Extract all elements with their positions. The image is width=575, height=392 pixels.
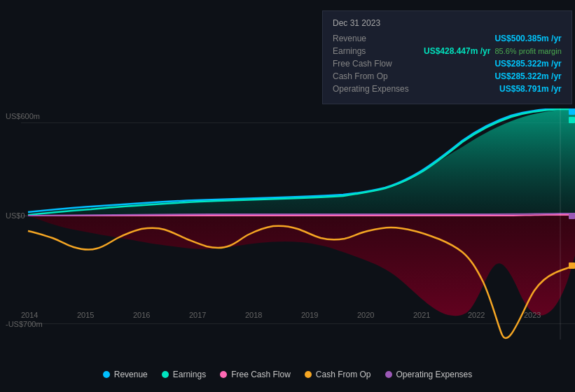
tooltip-label-cashfromop: Cash From Op [333, 71, 424, 81]
legend-item-fcf: Free Cash Flow [220, 370, 291, 379]
legend-label-fcf: Free Cash Flow [231, 370, 291, 379]
x-label-2014: 2014 [21, 311, 38, 319]
opex-dot [569, 213, 575, 219]
legend-dot-revenue [103, 371, 110, 378]
tooltip-label-revenue: Revenue [333, 34, 424, 43]
legend-item-earnings: Earnings [162, 370, 206, 379]
legend-label-cashfromop: Cash From Op [316, 370, 371, 379]
legend-label-revenue: Revenue [114, 370, 148, 379]
x-label-2021: 2021 [413, 311, 430, 319]
x-label-2019: 2019 [301, 311, 318, 319]
legend-item-opex: Operating Expenses [385, 370, 473, 379]
tooltip-label-earnings: Earnings [333, 46, 424, 56]
legend-dot-cashfromop [305, 371, 312, 378]
tooltip-value-revenue: US$500.385m /yr [494, 34, 561, 43]
legend-dot-fcf [220, 371, 227, 378]
x-label-2020: 2020 [357, 311, 374, 319]
tooltip-row-revenue: Revenue US$500.385m /yr [333, 34, 562, 43]
tooltip-label-opex: Operating Expenses [333, 84, 424, 94]
tooltip-row-fcf: Free Cash Flow US$285.322m /yr [333, 59, 562, 69]
chart-svg [0, 108, 575, 340]
tooltip-date: Dec 31 2023 [333, 18, 562, 28]
legend-item-cashfromop: Cash From Op [305, 370, 371, 379]
tooltip-value-earnings: US$428.447m /yr [424, 46, 490, 56]
legend-dot-earnings [162, 371, 169, 378]
chart-container: Dec 31 2023 Revenue US$500.385m /yr Earn… [0, 0, 575, 392]
tooltip-label-fcf: Free Cash Flow [333, 59, 424, 69]
x-label-2017: 2017 [189, 311, 206, 319]
x-label-2015: 2015 [77, 311, 94, 319]
profit-margin-label: 85.6% profit margin [494, 47, 561, 55]
tooltip-row-earnings: Earnings US$428.447m /yr 85.6% profit ma… [333, 46, 562, 56]
tooltip-value-cashfromop: US$285.322m /yr [494, 71, 561, 81]
legend-label-opex: Operating Expenses [396, 370, 473, 379]
legend-dot-opex [385, 371, 392, 378]
tooltip-box: Dec 31 2023 Revenue US$500.385m /yr Earn… [322, 10, 572, 104]
x-label-2018: 2018 [245, 311, 262, 319]
x-label-2023: 2023 [524, 311, 541, 319]
legend-item-revenue: Revenue [103, 370, 148, 379]
tooltip-row-opex: Operating Expenses US$58.791m /yr [333, 84, 562, 94]
x-label-2016: 2016 [133, 311, 150, 319]
x-label-2022: 2022 [468, 311, 485, 319]
revenue-dot [569, 108, 575, 115]
chart-legend: Revenue Earnings Free Cash Flow Cash Fro… [0, 370, 575, 379]
earnings-dot [569, 117, 575, 123]
cashfromop-dot [569, 262, 575, 269]
tooltip-row-cashfromop: Cash From Op US$285.322m /yr [333, 71, 562, 81]
tooltip-value-fcf: US$285.322m /yr [494, 59, 561, 69]
tooltip-value-opex: US$58.791m /yr [499, 84, 562, 94]
legend-label-earnings: Earnings [173, 370, 206, 379]
